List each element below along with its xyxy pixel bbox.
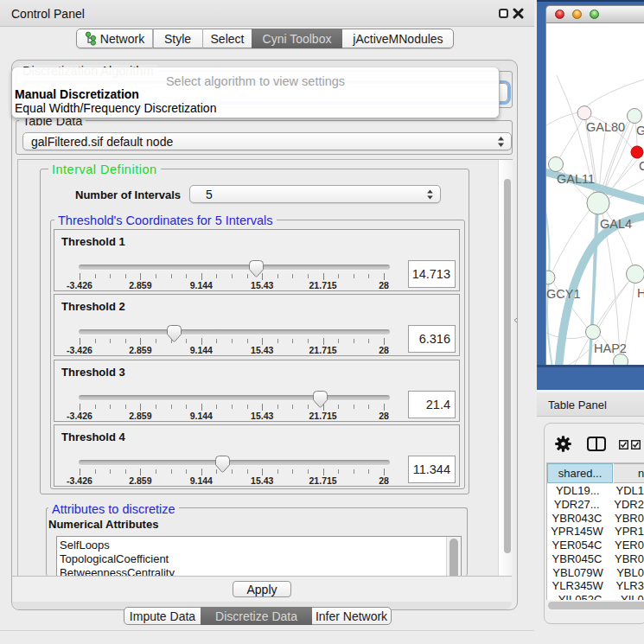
svg-text:GCY1: GCY1 [546, 287, 581, 301]
svg-text:GAL11: GAL11 [557, 172, 595, 186]
svg-text:HAP2: HAP2 [594, 341, 627, 355]
svg-text:G.: G. [636, 124, 644, 137]
svg-text:GAL80: GAL80 [586, 120, 625, 134]
svg-text:C: C [639, 159, 644, 173]
svg-text:H: H [637, 286, 644, 300]
svg-text:GAL4: GAL4 [600, 217, 632, 231]
